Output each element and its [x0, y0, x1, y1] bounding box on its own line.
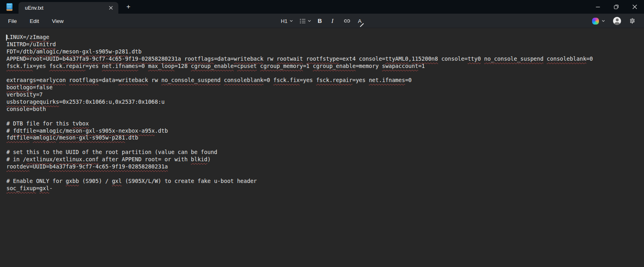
text-line: LINUX=/zImage	[6, 34, 640, 41]
menubar: File Edit View	[0, 16, 69, 26]
text-line: fdtfile=amlogic/meson-gxl-s905w-p281.dtb	[6, 134, 640, 142]
text-line	[6, 113, 640, 120]
italic-icon: I	[330, 17, 334, 25]
restore-icon[interactable]	[607, 0, 625, 14]
notepad-app-icon	[6, 3, 12, 11]
menu-file[interactable]: File	[2, 16, 23, 26]
list-dropdown[interactable]	[297, 16, 313, 26]
close-icon[interactable]	[625, 0, 644, 14]
bold-button[interactable]: B	[316, 16, 326, 26]
command-bar: File Edit View H1 B I	[0, 14, 644, 28]
link-button[interactable]	[341, 16, 352, 26]
text-line: # set this to the UUID of the root parti…	[6, 149, 640, 156]
text-line	[6, 70, 640, 77]
text-line: FDT=/dtb/amlogic/meson-gxl-s905w-p281.dt…	[6, 48, 640, 55]
text-line: verbosity=7	[6, 91, 640, 99]
right-tools	[590, 15, 644, 27]
titlebar: uEnv.txt +	[0, 0, 644, 14]
chevron-down-icon	[289, 19, 293, 23]
text-line: soc_fixup=gxl-	[6, 185, 640, 192]
clear-formatting-icon: A	[357, 18, 363, 24]
text-line: extraargs=earlycon rootflags=data=writeb…	[6, 77, 640, 84]
text-area[interactable]: LINUX=/zImageINITRD=/uInitrdFDT=/dtb/aml…	[0, 28, 644, 267]
account-avatar-icon	[613, 17, 621, 25]
text-line: # Enable ONLY for gxbb (S905) / gxl (S90…	[6, 178, 640, 185]
text-caret	[6, 35, 7, 41]
app-icon-wrap	[0, 0, 19, 14]
heading-dropdown[interactable]: H1	[279, 16, 295, 26]
new-tab-button[interactable]: +	[122, 0, 135, 14]
text-line	[6, 142, 640, 149]
menu-view[interactable]: View	[46, 16, 69, 26]
copilot-icon	[592, 18, 599, 25]
text-line: # in /extlinux/extlinux.conf after APPEN…	[6, 156, 640, 163]
menu-edit[interactable]: Edit	[24, 16, 45, 26]
clear-formatting-button[interactable]: A	[355, 16, 365, 26]
text-line: usbstoragequirks=0x2537:0x1066:u,0x2537:…	[6, 99, 640, 106]
chevron-down-icon	[307, 19, 311, 23]
text-line: bootlogo=false	[6, 84, 640, 91]
text-line: console=both	[6, 106, 640, 113]
minimize-icon[interactable]	[588, 0, 607, 14]
window-controls	[588, 0, 644, 14]
text-line: INITRD=/uInitrd	[6, 41, 640, 48]
text-line: # fdtfile=amlogic/meson-gxl-s905x-nexbox…	[6, 127, 640, 135]
gear-icon	[629, 18, 636, 24]
text-line: fsck.fix=yes fsck.repair=yes net.ifnames…	[6, 63, 640, 70]
tab-close-icon[interactable]	[106, 4, 115, 12]
bullet-list-icon	[299, 18, 305, 24]
tab-uenv[interactable]: uEnv.txt	[19, 2, 118, 14]
link-icon	[343, 18, 350, 24]
account-button[interactable]	[611, 15, 623, 27]
copilot-button[interactable]	[590, 16, 608, 26]
text-line: # DTB file for this tvbox	[6, 120, 640, 127]
heading-level-label: H1	[281, 18, 288, 24]
text-line	[6, 170, 640, 178]
tab-label: uEnv.txt	[25, 5, 106, 11]
text-line: APPEND=root=UUID=b4a37fa9-9cf7-4c65-9f19…	[6, 55, 640, 63]
chevron-down-icon	[601, 19, 605, 23]
formatting-toolbar: H1 B I A	[279, 14, 365, 28]
bold-icon: B	[318, 18, 322, 24]
text-line: rootdev=UUID=b4a37fa9-9cf7-4c65-9f19-028…	[6, 163, 640, 170]
italic-button[interactable]: I	[328, 16, 339, 26]
settings-button[interactable]	[626, 15, 638, 27]
